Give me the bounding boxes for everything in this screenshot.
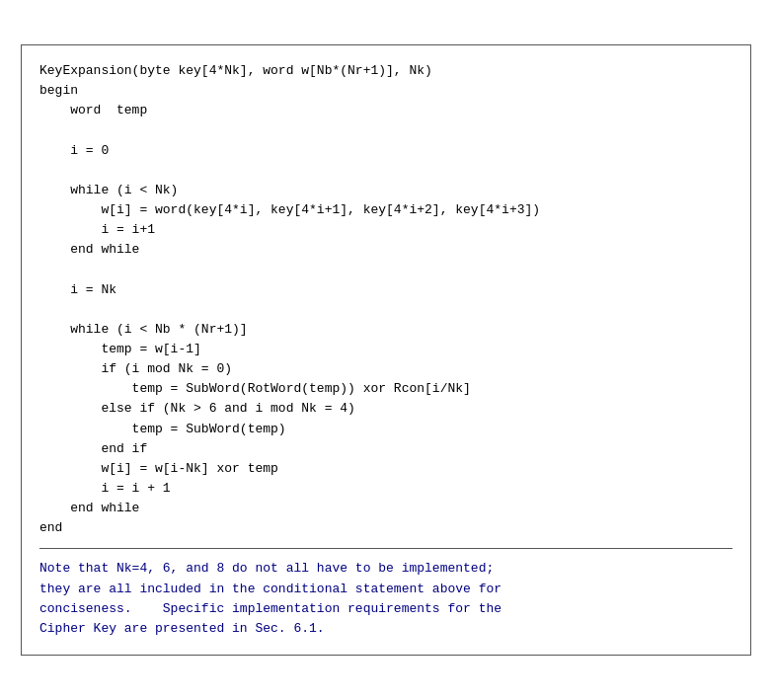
code-block: KeyExpansion(byte key[4*Nk], word w[Nb*(… (39, 61, 733, 538)
divider (39, 548, 733, 549)
main-container: KeyExpansion(byte key[4*Nk], word w[Nb*(… (21, 44, 751, 656)
note-block: Note that Nk=4, 6, and 8 do not all have… (39, 559, 733, 639)
